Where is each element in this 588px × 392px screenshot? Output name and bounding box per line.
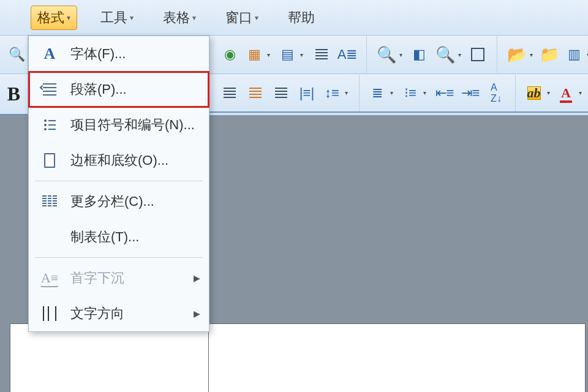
toolbar-cutoff-2: B	[0, 74, 28, 115]
font-color-icon: A	[561, 85, 571, 101]
chevron-down-icon: ▾	[399, 51, 402, 58]
insert-table-button[interactable]: ▦▾	[244, 43, 274, 66]
menu-help-label: 帮助	[288, 9, 315, 27]
menu-format[interactable]: 格式 ▾	[31, 6, 77, 30]
menu-bar: 格式 ▾ 工具 ▾ 表格 ▾ 窗口 ▾ 帮助	[0, 0, 588, 36]
columns-icon	[40, 193, 59, 210]
document-page-right	[208, 323, 586, 392]
menu-format-label: 格式	[37, 9, 64, 27]
columns-icon	[315, 49, 328, 60]
table-icon: ▦	[248, 47, 261, 62]
chevron-right-icon: ▶	[194, 273, 200, 283]
tabs-icon	[40, 228, 59, 246]
select-button[interactable]	[467, 43, 489, 66]
menu-item-borders-label: 边框和底纹(O)...	[70, 151, 168, 170]
menu-separator	[35, 257, 203, 258]
menu-help[interactable]: 帮助	[282, 6, 321, 29]
align-center-icon	[249, 88, 262, 99]
format-menu-dropdown: A 字体(F)... 段落(P)... 项目符号和编号(N)... 边框和底纹(…	[28, 36, 209, 332]
menu-window-label: 窗口	[225, 9, 252, 27]
text-direction-icon	[40, 305, 59, 322]
chevron-down-icon: ▾	[530, 51, 533, 58]
align-center-button[interactable]	[244, 82, 266, 104]
chevron-down-icon: ▾	[192, 13, 196, 22]
menu-item-textdirection[interactable]: 文字方向 ▶	[29, 296, 209, 331]
menu-item-tabs[interactable]: 制表位(T)...	[29, 219, 209, 255]
menu-table-label: 表格	[163, 9, 190, 27]
menu-item-dropcap[interactable]: A≡ 首字下沉 ▶	[29, 260, 209, 296]
align-left-icon	[224, 88, 236, 99]
line-spacing-button[interactable]: ↕≡▾	[322, 82, 351, 104]
folder-button[interactable]: 📁	[538, 43, 560, 66]
align-right-icon	[275, 88, 287, 99]
open-button[interactable]: 📂▾	[505, 43, 535, 66]
menu-item-dropcap-label: 首字下沉	[70, 269, 124, 287]
chevron-down-icon: ▾	[458, 51, 461, 58]
bold-button[interactable]: B	[4, 83, 24, 105]
dropcap-icon: A≡	[40, 270, 59, 287]
distribute-button[interactable]: |≡|	[296, 82, 318, 104]
refresh-button[interactable]: ◉	[219, 43, 241, 66]
menu-item-font[interactable]: A 字体(F)...	[29, 36, 209, 72]
page-icon	[40, 152, 59, 169]
increase-indent-button[interactable]: ⇥≡	[459, 82, 481, 104]
menu-item-paragraph-label: 段落(P)...	[70, 80, 127, 99]
align-left-button[interactable]	[219, 82, 241, 104]
menu-item-columns-label: 更多分栏(C)...	[70, 192, 154, 211]
menu-tools-label: 工具	[100, 9, 127, 27]
menu-table[interactable]: 表格 ▾	[157, 6, 202, 29]
chevron-down-icon: ▾	[423, 89, 426, 96]
menu-item-tabs-label: 制表位(T)...	[70, 228, 139, 246]
align-right-button[interactable]	[270, 82, 292, 104]
chevron-down-icon: ▾	[300, 51, 303, 58]
more-button[interactable]: ▥▾	[564, 43, 588, 66]
menu-item-borders[interactable]: 边框和底纹(O)...	[29, 143, 209, 178]
menu-item-bullets[interactable]: 项目符号和编号(N)...	[29, 107, 209, 143]
menu-item-bullets-label: 项目符号和编号(N)...	[70, 116, 195, 134]
numbered-list-button[interactable]: ≣▾	[368, 82, 397, 104]
font-icon: A	[40, 45, 59, 62]
nav-pane-button[interactable]: ◧	[408, 43, 430, 66]
grid-icon: ▤	[281, 47, 294, 62]
chevron-right-icon: ▶	[194, 309, 200, 318]
decrease-indent-button[interactable]: ⇤≡	[434, 82, 456, 104]
document-page-left	[10, 323, 212, 392]
highlight-icon: ab	[527, 86, 541, 100]
bullets-icon	[40, 116, 59, 134]
columns-button[interactable]	[311, 43, 333, 66]
insert-grid-button[interactable]: ▤▾	[277, 43, 307, 66]
chevron-down-icon: ▾	[579, 89, 582, 96]
menu-window[interactable]: 窗口 ▾	[219, 6, 265, 29]
bulleted-list-button[interactable]: ⁝≡▾	[401, 82, 430, 104]
chevron-down-icon: ▾	[390, 89, 393, 96]
chevron-down-icon: ▾	[130, 13, 134, 22]
selection-icon	[471, 48, 484, 61]
menu-item-font-label: 字体(F)...	[70, 45, 126, 63]
find-button[interactable]: 🔍▾	[375, 43, 404, 66]
sort-button[interactable]: AZ↓	[485, 82, 507, 104]
menu-tools[interactable]: 工具 ▾	[94, 6, 140, 29]
menu-item-paragraph[interactable]: 段落(P)...	[29, 72, 209, 107]
chevron-down-icon: ▾	[255, 13, 258, 22]
font-color-button[interactable]: A▾	[557, 82, 586, 104]
chevron-down-icon: ▾	[345, 89, 348, 96]
menu-item-columns[interactable]: 更多分栏(C)...	[29, 184, 209, 219]
zoom-button[interactable]: 🔍▾	[434, 43, 463, 66]
menu-item-textdirection-label: 文字方向	[70, 304, 124, 323]
toolbar-cutoff-1: 🔍	[0, 36, 28, 74]
highlight-button[interactable]: ab▾	[524, 82, 553, 104]
menu-separator	[35, 181, 203, 181]
text-direction-button[interactable]: A≣	[336, 43, 358, 66]
chevron-down-icon: ▾	[67, 13, 70, 22]
paragraph-icon	[40, 81, 59, 98]
chevron-down-icon: ▾	[267, 51, 270, 58]
chevron-down-icon: ▾	[547, 89, 550, 96]
